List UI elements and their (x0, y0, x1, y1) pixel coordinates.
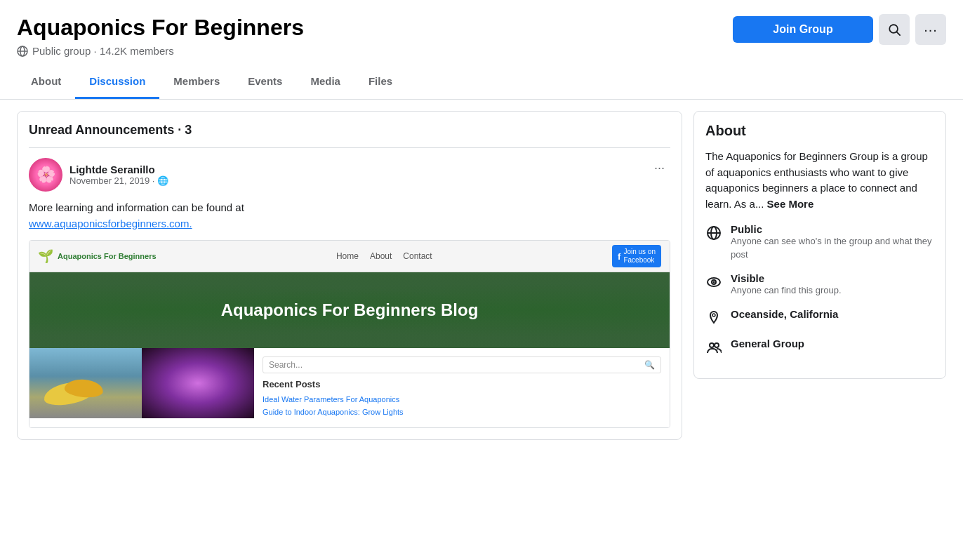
about-item-group-type: General Group (705, 338, 934, 356)
svg-point-13 (715, 343, 719, 347)
group-nav: About Discussion Members Events Media Fi… (17, 65, 946, 99)
author-name: Lightde Seranillo (69, 164, 168, 175)
group-info: Aquaponics For Beginners Public group · … (17, 14, 304, 57)
post-header: 🌸 Lightde Seranillo November 21, 2019 · … (29, 158, 670, 192)
about-visible-title: Visible (731, 272, 842, 284)
preview-nav-links: Home About Contact (336, 251, 432, 261)
preview-hero: Aquaponics For Beginners Blog (29, 272, 670, 348)
website-preview: 🌱 Aquaponics For Beginners Home About Co… (29, 240, 670, 427)
preview-recent-posts-label: Recent Posts (263, 379, 661, 389)
about-visible-sub: Anyone can find this group. (731, 284, 842, 297)
group-title: Aquaponics For Beginners (17, 14, 304, 41)
about-visible-content: Visible Anyone can find this group. (731, 272, 842, 297)
about-public-content: Public Anyone can see who's in the group… (731, 223, 934, 260)
see-more-link[interactable]: See More (767, 198, 814, 210)
preview-post-link-1[interactable]: Ideal Water Parameters For Aquaponics (263, 394, 661, 406)
post-author: 🌸 Lightde Seranillo November 21, 2019 · … (29, 158, 168, 192)
preview-logo: 🌱 Aquaponics For Beginners (38, 248, 157, 264)
preview-grid: Search... 🔍 Recent Posts Ideal Water Par… (29, 348, 670, 427)
preview-fb-button[interactable]: f Join us onFacebook (612, 245, 661, 267)
tab-events[interactable]: Events (234, 65, 296, 99)
avatar: 🌸 (29, 158, 62, 192)
svg-point-12 (710, 343, 714, 347)
preview-sidebar: Search... 🔍 Recent Posts Ideal Water Par… (254, 348, 670, 427)
group-meta-text: Public group · 14.2K members (32, 45, 174, 57)
svg-line-4 (897, 32, 901, 36)
preview-hero-text: Aquaponics For Beginners Blog (44, 300, 656, 320)
facebook-icon: f (618, 251, 620, 262)
group-icon (705, 339, 722, 356)
about-item-location: Oceanside, California (705, 308, 934, 326)
about-group-type-title: General Group (731, 338, 804, 349)
tab-media[interactable]: Media (296, 65, 354, 99)
search-icon (888, 23, 901, 36)
about-public-sub: Anyone can see who's in the group and wh… (731, 235, 934, 260)
tab-about[interactable]: About (17, 65, 75, 99)
right-column: About The Aquaponics for Beginners Group… (693, 111, 946, 451)
main-content: Unread Announcements · 3 🌸 Lightde Seran… (0, 100, 963, 462)
svg-point-10 (713, 281, 715, 283)
tab-members[interactable]: Members (159, 65, 234, 99)
left-column: Unread Announcements · 3 🌸 Lightde Seran… (17, 111, 682, 451)
group-header-top: Aquaponics For Beginners Public group · … (17, 14, 946, 65)
about-item-visible: Visible Anyone can find this group. (705, 272, 934, 297)
globe-icon (17, 46, 28, 57)
about-item-public: Public Anyone can see who's in the group… (705, 223, 934, 260)
about-location-content: Oceanside, California (731, 308, 838, 320)
post-link[interactable]: www.aquaponicsforbeginners.com. (29, 218, 192, 229)
group-header: Aquaponics For Beginners Public group · … (0, 0, 963, 100)
about-public-title: Public (731, 223, 934, 235)
about-card-title: About (705, 123, 934, 139)
eye-icon (705, 274, 722, 291)
about-card: About The Aquaponics for Beginners Group… (693, 111, 946, 379)
preview-search-placeholder: Search... (269, 360, 303, 370)
preview-nav: 🌱 Aquaponics For Beginners Home About Co… (29, 241, 670, 272)
post-text: More learning and information can be fou… (29, 200, 670, 232)
about-location-title: Oceanside, California (731, 308, 838, 320)
author-info: Lightde Seranillo November 21, 2019 · 🌐 (69, 164, 168, 186)
preview-fish-image (29, 348, 142, 418)
preview-post-link-2[interactable]: Guide to Indoor Aquaponics: Grow Lights (263, 406, 661, 419)
header-actions: Join Group ··· (733, 14, 946, 45)
more-options-button[interactable]: ··· (915, 14, 946, 45)
post-more-button[interactable]: ··· (649, 158, 670, 178)
search-button[interactable] (879, 14, 910, 45)
join-group-button[interactable]: Join Group (733, 16, 873, 43)
announcements-card: Unread Announcements · 3 🌸 Lightde Seran… (17, 111, 682, 439)
preview-grow-light-image (142, 348, 254, 418)
ellipsis-icon: ··· (924, 22, 938, 38)
location-pin-icon (705, 309, 722, 326)
about-group-type-content: General Group (731, 338, 804, 349)
announcements-title: Unread Announcements · 3 (29, 123, 670, 148)
tab-files[interactable]: Files (354, 65, 406, 99)
about-description: The Aquaponics for Beginners Group is a … (705, 149, 934, 212)
preview-search-icon: 🔍 (644, 360, 655, 370)
tab-discussion[interactable]: Discussion (75, 65, 159, 99)
preview-search-box[interactable]: Search... 🔍 (263, 356, 661, 373)
globe-icon (705, 225, 722, 241)
group-meta: Public group · 14.2K members (17, 45, 304, 57)
post-date: November 21, 2019 · 🌐 (69, 175, 168, 186)
svg-point-11 (712, 314, 715, 316)
